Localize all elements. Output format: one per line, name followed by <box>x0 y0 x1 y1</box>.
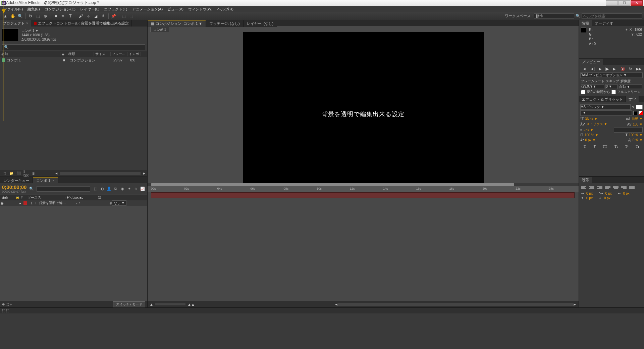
vertical-scale-value[interactable]: 100 % ▼ <box>585 133 598 137</box>
effect-controls-tab[interactable]: エフェクトコントロール: 背景を透明で編集出来る設定 <box>31 20 131 27</box>
playhead[interactable] <box>3 0 4 121</box>
ram-preview-options[interactable]: RAM プレビューオプション ▼ <box>580 72 643 78</box>
scroll-right-icon[interactable]: ► <box>143 171 146 175</box>
comp-flowchart-tab[interactable]: コンポ 1 <box>150 27 169 32</box>
font-family-select[interactable]: MS ゴシック ▼ <box>580 104 631 110</box>
play-icon[interactable]: ▶ <box>599 67 601 71</box>
last-frame-icon[interactable]: ▶| <box>613 67 616 71</box>
timeline-layer-row[interactable]: ◉ ▸ 1 T 背景を透明で編… ⬩ / ⊚ なし ▼ <box>0 200 147 206</box>
bpc-button[interactable]: 8 bpc <box>23 171 29 176</box>
project-tab[interactable]: プロジェクト× <box>0 20 31 27</box>
audio-tab[interactable]: オーディオ <box>592 20 616 26</box>
parent-pickwhip-icon[interactable]: ⊚ <box>109 201 112 205</box>
kerning-value[interactable]: メトリクス ▼ <box>586 122 607 127</box>
horizontal-scale-value[interactable]: 100 % ▼ <box>629 133 643 137</box>
eyedropper-icon[interactable]: ✎ <box>632 105 635 109</box>
no-color-swatch[interactable] <box>639 111 643 115</box>
baseline-shift-value[interactable]: 0 px ▼ <box>585 138 596 142</box>
from-current-checkbox[interactable] <box>581 90 585 94</box>
indent-right-value[interactable]: 0 px <box>623 192 630 195</box>
tracking-value[interactable]: 100 ▼ <box>633 122 643 126</box>
all-caps-icon[interactable]: TT <box>603 144 607 149</box>
new-comp-icon[interactable]: ⬛ <box>16 171 21 176</box>
rotate-tool-icon[interactable]: ↻ <box>27 13 34 19</box>
twirl-icon[interactable]: ▸ <box>19 201 22 205</box>
ram-preview-icon[interactable]: ▶▶ <box>636 67 641 71</box>
timeline-comp-tab[interactable]: コンポ 1× <box>33 177 58 183</box>
tsume-value[interactable]: 0 % ▼ <box>633 138 643 142</box>
window-maximize-button[interactable]: ☐ <box>618 0 630 6</box>
folder-icon[interactable]: 📁 <box>9 171 14 176</box>
project-search-input[interactable] <box>2 44 145 50</box>
parent-select[interactable]: なし ▼ <box>112 200 126 206</box>
zoom-tool-icon[interactable]: 🔍 <box>17 13 23 19</box>
status-icons[interactable]: ⬚ ⬚ <box>2 309 9 312</box>
brainstorm-icon[interactable]: ✦ <box>126 186 132 192</box>
fullscreen-checkbox[interactable] <box>611 90 616 94</box>
timeline-tracks[interactable] <box>148 192 579 301</box>
puppet-tool-icon[interactable]: 📌 <box>110 13 117 19</box>
indent-left-value[interactable]: 0 px <box>586 192 593 195</box>
justify-all-icon[interactable] <box>629 186 635 191</box>
prev-frame-icon[interactable]: ◄| <box>590 67 595 71</box>
tool-opt1-icon[interactable]: ⬚ <box>120 13 127 19</box>
align-right-icon[interactable] <box>597 186 602 191</box>
time-ruler[interactable]: 00s02s04s06s08s10s12s14s16s18s20s22s24s <box>148 186 579 192</box>
h-scrollbar[interactable] <box>338 303 573 306</box>
selection-tool-icon[interactable]: ▲ <box>2 13 9 19</box>
scroll-left-icon[interactable]: ◄ <box>334 302 338 306</box>
camera-tool-icon[interactable]: ⬚ <box>35 13 41 19</box>
character-tab[interactable]: 文字 <box>626 96 639 102</box>
small-caps-icon[interactable]: Tt <box>614 144 618 149</box>
effects-presets-tab[interactable]: エフェクト & プリセット <box>579 96 626 102</box>
space-after-value[interactable]: 0 px <box>604 196 610 200</box>
window-minimize-button[interactable]: ─ <box>606 0 618 6</box>
fill-color-swatch[interactable] <box>636 105 643 109</box>
menu-view[interactable]: ビュー(V) <box>165 6 185 12</box>
render-queue-tab[interactable]: レンダーキュー <box>0 177 33 183</box>
menu-window[interactable]: ウィンドウ(W) <box>186 6 215 12</box>
footage-tab[interactable]: フッテージ: (なし) <box>206 20 243 27</box>
clone-tool-icon[interactable]: ⟐ <box>85 13 92 19</box>
leading-value[interactable]: 自動 ▼ <box>632 116 643 121</box>
justify-last-right-icon[interactable] <box>621 186 627 191</box>
next-frame-icon[interactable]: |▶ <box>605 67 609 71</box>
pen-tool-icon[interactable]: ✒ <box>60 13 66 19</box>
pan-behind-tool-icon[interactable]: ⊕ <box>42 13 49 19</box>
project-item-list[interactable]: コンポ 1 ■ コンポジション 29.97 0:0 <box>0 57 147 170</box>
rectangle-tool-icon[interactable]: ■ <box>52 13 59 19</box>
shy-icon[interactable]: 👤 <box>106 186 112 192</box>
first-frame-icon[interactable]: |◄ <box>582 67 586 71</box>
menu-composition[interactable]: コンポジション(C) <box>43 6 77 12</box>
timeline-column-header[interactable]: ◉◐ 🔒 # ソース名 ⬩✱＼fx▣◐◑◯ 親 <box>0 195 147 200</box>
resolution-select[interactable]: 自動 ▼ <box>619 84 642 89</box>
layer-tab[interactable]: レイヤー: (なし) <box>244 20 277 27</box>
h-scrollbar[interactable] <box>60 172 141 175</box>
help-search-input[interactable] <box>582 13 642 19</box>
hand-tool-icon[interactable]: ✋ <box>9 13 16 19</box>
workspace-selector[interactable]: 標準 <box>534 13 574 19</box>
comp-mini-flowchart-icon[interactable]: ⬚ <box>93 186 98 192</box>
menu-layer[interactable]: レイヤー(L) <box>78 6 101 12</box>
menu-help[interactable]: ヘルプ(H) <box>215 6 235 12</box>
framerate-select[interactable]: (29.97) ▼ <box>581 84 604 89</box>
motion-blur-icon[interactable]: ◉ <box>120 186 125 192</box>
faux-italic-icon[interactable]: T <box>593 144 595 149</box>
faux-bold-icon[interactable]: T <box>584 144 586 149</box>
loop-icon[interactable]: ↻ <box>629 67 632 71</box>
justify-last-center-icon[interactable] <box>613 186 619 191</box>
preview-tab[interactable]: プレビュー <box>579 59 603 65</box>
timeline-layer-list[interactable]: ◉ ▸ 1 T 背景を透明で編… ⬩ / ⊚ なし ▼ <box>0 200 147 301</box>
menu-edit[interactable]: 編集(E) <box>25 6 42 12</box>
close-icon[interactable]: × <box>26 21 28 25</box>
space-before-value[interactable]: 0 px <box>586 196 593 200</box>
eraser-tool-icon[interactable]: ◢ <box>92 13 99 19</box>
subscript-icon[interactable]: T₁ <box>636 144 639 149</box>
switches-modes-toggle[interactable]: スイッチ / モード <box>113 301 145 307</box>
scroll-right-icon[interactable]: ► <box>573 302 577 306</box>
toggle-switches-icon[interactable]: ⊕ ⬚ ⟐ <box>2 302 12 306</box>
composition-thumbnail[interactable] <box>2 29 19 41</box>
project-column-header[interactable]: 名前 ◆ 種類 サイズ フレー… インポ <box>0 51 147 57</box>
zoom-in-icon[interactable]: ▲▲ <box>187 302 195 306</box>
close-icon[interactable]: × <box>52 179 54 183</box>
